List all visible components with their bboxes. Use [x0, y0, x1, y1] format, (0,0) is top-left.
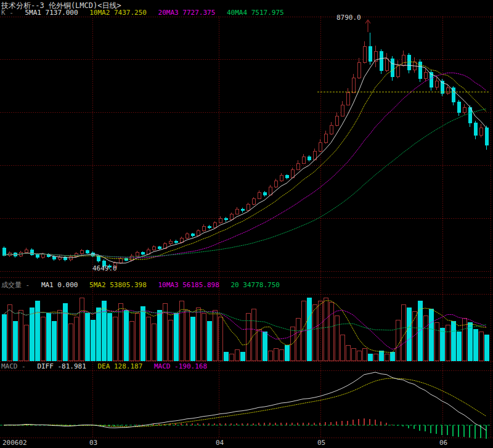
volume-bar [152, 324, 156, 360]
candle-body [485, 128, 488, 145]
candle-body [285, 176, 288, 178]
volume-bar [468, 322, 472, 360]
volume-bar [63, 304, 67, 360]
candle-body [136, 253, 139, 256]
candle [479, 124, 483, 137]
volume-bar [434, 322, 439, 360]
candle [407, 53, 410, 73]
candle-body [341, 105, 344, 116]
candle-body [202, 226, 205, 230]
candle [385, 53, 388, 72]
candle-body [452, 88, 455, 102]
volume-bar [301, 301, 306, 360]
candle-body [474, 123, 477, 135]
volume-bar [52, 321, 56, 360]
volume-bar [246, 313, 250, 360]
volume-bar [451, 321, 455, 360]
candle-body [235, 209, 238, 214]
volume-ma20-value: 20 34778.750 [230, 281, 279, 289]
volume-bar [484, 335, 489, 360]
candle-body [174, 241, 177, 243]
volume-bar [79, 298, 84, 360]
candle-body [391, 59, 394, 76]
candle-body [219, 218, 222, 222]
volume-ma20-line [4, 310, 486, 332]
volume-bar [91, 320, 95, 360]
candle-body [302, 157, 305, 163]
candle [363, 41, 366, 63]
candle-body [263, 192, 266, 195]
candle [191, 233, 194, 237]
candle [97, 255, 100, 263]
candle-body [319, 143, 322, 152]
volume-bar [7, 305, 12, 360]
candle [52, 255, 55, 260]
candle-body [152, 246, 155, 250]
volume-bar [179, 301, 184, 360]
candle-body [36, 255, 39, 258]
macd-lines [4, 372, 486, 431]
candle-body [435, 81, 438, 88]
candle-body [191, 234, 194, 236]
peak-marker-icon [365, 20, 370, 32]
grid-lines [0, 17, 493, 438]
volume-bar [96, 307, 100, 360]
dea-value: DEA 128.187 [97, 362, 142, 370]
volume-bar [107, 313, 112, 360]
candle [86, 250, 89, 254]
candle [330, 122, 333, 134]
volume-bar [2, 314, 6, 360]
candle-body [197, 230, 200, 235]
volume-bar [329, 302, 333, 360]
candle-body [69, 256, 72, 260]
volume-bar [362, 348, 367, 360]
candle [335, 112, 338, 126]
candle [141, 251, 144, 255]
candle [341, 101, 344, 116]
volume-bar [407, 307, 411, 360]
volume-bar [190, 317, 195, 360]
candle-body [52, 256, 55, 259]
candle-body [468, 107, 471, 123]
candle [246, 203, 250, 211]
volume-bar [340, 335, 344, 360]
candle [463, 104, 466, 115]
candle-body [208, 226, 211, 228]
candle [402, 51, 405, 67]
candle-body [147, 250, 150, 254]
candle [391, 56, 394, 81]
candle [136, 251, 139, 257]
volume-bar [196, 307, 200, 360]
volume-bar [235, 349, 239, 360]
candle [213, 221, 216, 229]
volume-bar [312, 305, 317, 360]
candle-body [80, 251, 83, 254]
volume-bar [207, 321, 211, 360]
volume-bar [57, 311, 62, 360]
volume-bar [74, 317, 78, 360]
candle [185, 232, 189, 239]
candle-body [58, 257, 61, 259]
candle-body [346, 92, 349, 105]
candle-body [418, 62, 422, 79]
volume-bar [396, 320, 400, 360]
candle-body [479, 128, 483, 136]
candle [158, 246, 161, 250]
time-axis: 20060203040506 [0, 439, 493, 448]
candle-body [424, 73, 427, 79]
candle-body [119, 259, 122, 263]
volume-prefix: 成交量 - [1, 281, 30, 289]
volume-bar [113, 317, 117, 360]
candle-body [158, 246, 161, 248]
candle-body [407, 55, 410, 70]
macd-value: MACD -190.168 [154, 362, 207, 370]
candle-body [30, 250, 33, 255]
candle [124, 258, 128, 261]
volume-bar [141, 306, 145, 360]
candle-body [169, 241, 172, 244]
candle [308, 155, 311, 161]
candle [291, 168, 294, 179]
volume-bar [240, 352, 245, 360]
volume-ma5-line [4, 301, 486, 353]
volume-bar [124, 311, 128, 360]
